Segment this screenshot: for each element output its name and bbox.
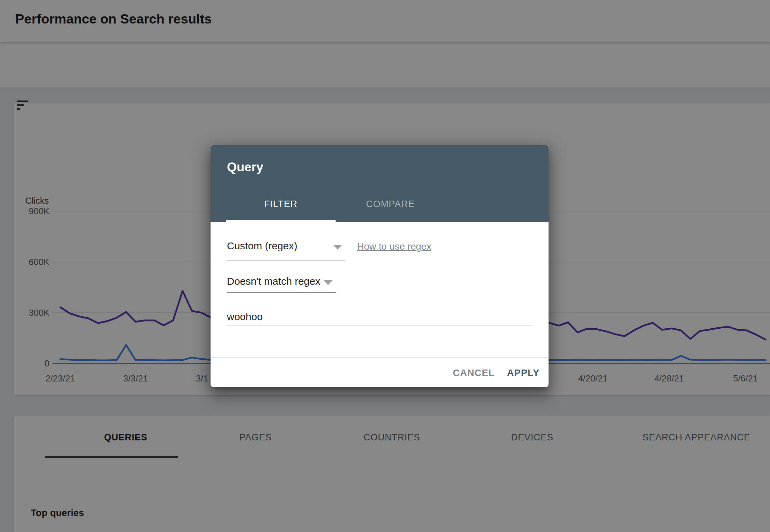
regex-input[interactable]: woohoo	[227, 311, 263, 323]
query-filter-dialog: Query FILTER COMPARE Custom (regex) How …	[211, 145, 549, 387]
match-type-underline	[227, 292, 336, 293]
filter-type-select[interactable]: Custom (regex)	[227, 240, 297, 252]
cancel-button[interactable]: CANCEL	[453, 367, 495, 378]
filter-type-underline	[227, 261, 345, 261]
dialog-tab-filter[interactable]: FILTER	[226, 199, 336, 209]
dialog-footer-divider	[211, 357, 549, 358]
dropdown-arrow-icon[interactable]	[333, 245, 342, 250]
match-type-select[interactable]: Doesn't match regex	[227, 276, 320, 287]
active-dialog-tab-indicator	[226, 220, 336, 222]
regex-input-underline	[227, 325, 532, 326]
dialog-title: Query	[227, 160, 263, 174]
regex-help-link[interactable]: How to use regex	[357, 241, 431, 252]
dialog-header: Query FILTER COMPARE	[211, 145, 549, 222]
apply-button[interactable]: APPLY	[507, 367, 540, 378]
search-console-performance-screen: Performance on Search results Search typ…	[0, 0, 770, 532]
dropdown-arrow-icon[interactable]	[324, 280, 333, 285]
dialog-tab-compare[interactable]: COMPARE	[336, 199, 445, 209]
